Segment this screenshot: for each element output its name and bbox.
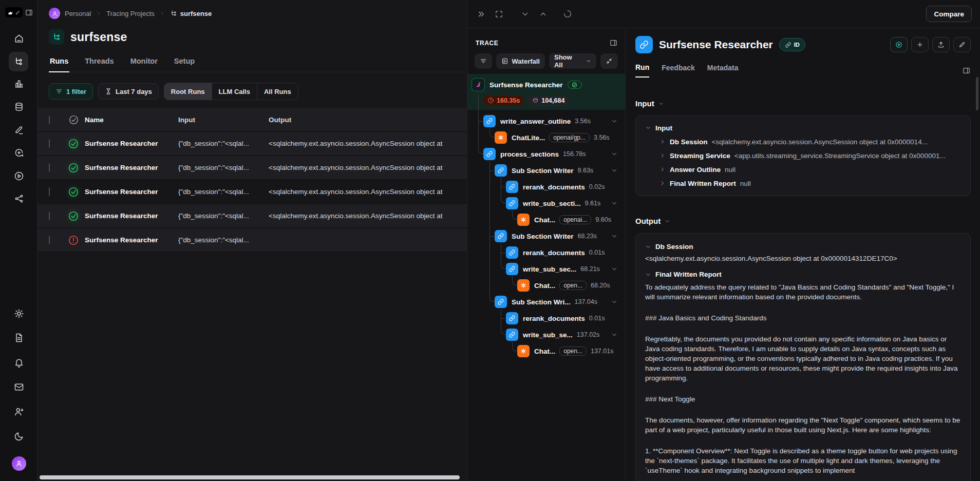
tab-run[interactable]: Run	[635, 63, 649, 78]
trace-node-rerank-documents[interactable]: rerank_documents0.01s	[467, 310, 625, 326]
trace-node-chat-llm[interactable]: Chat...openai...9.60s	[467, 211, 625, 228]
input-field-row[interactable]: Db Session <sqlalchemy.ext.asyncio.sessi…	[659, 138, 961, 146]
run-name[interactable]: Surfsense Researcher	[85, 188, 178, 196]
output-db-session-row[interactable]: Db Session	[645, 243, 961, 251]
column-header-input[interactable]: Input	[178, 116, 269, 124]
chevron-down-icon[interactable]	[645, 244, 651, 250]
column-header-output[interactable]: Output	[269, 116, 467, 124]
share-run-button[interactable]	[932, 37, 950, 52]
horizontal-scrollbar[interactable]	[40, 475, 460, 479]
compare-button[interactable]: Compare	[926, 6, 972, 22]
input-field-row[interactable]: Answer Outline null	[659, 166, 961, 174]
tab-threads[interactable]: Threads	[84, 57, 115, 72]
input-root-row[interactable]: Input	[645, 124, 961, 132]
trace-node-rerank-documents[interactable]: rerank_documents0.02s	[467, 179, 625, 195]
date-range-button[interactable]: Last 7 days	[98, 83, 159, 100]
next-run-icon[interactable]	[521, 10, 530, 18]
filter-count-button[interactable]: 1 filter	[49, 83, 93, 100]
chevron-down-icon[interactable]	[611, 200, 618, 207]
input-field-row[interactable]: Streaming Service <app.utils.streaming_s…	[659, 152, 961, 160]
sidebar-item-invite-members[interactable]	[0, 407, 37, 417]
sidebar-item-annotation-queues[interactable]	[0, 125, 37, 135]
waterfall-button[interactable]: Waterfall	[496, 53, 545, 69]
tab-monitor[interactable]: Monitor	[129, 57, 159, 72]
trace-node-rerank-documents[interactable]: rerank_documents0.01s	[467, 244, 625, 261]
sidebar-item-dark-mode[interactable]	[0, 431, 37, 441]
panel-layout-icon[interactable]	[962, 66, 971, 75]
panel-layout-icon[interactable]	[609, 39, 618, 47]
table-row[interactable]: Surfsense Researcher {"db_session":"<sql…	[37, 156, 467, 180]
expand-fullscreen-icon[interactable]	[495, 10, 503, 18]
sidebar-item-playground[interactable]	[0, 171, 37, 181]
breadcrumb-tracing-projects[interactable]: Tracing Projects	[106, 10, 154, 17]
segment-root-runs[interactable]: Root Runs	[164, 83, 212, 100]
collapse-all-button[interactable]	[600, 53, 618, 69]
sidebar-item-tracing-projects[interactable]	[9, 52, 28, 71]
tab-setup[interactable]: Setup	[173, 57, 196, 72]
chevron-down-icon[interactable]	[611, 233, 618, 240]
chevron-right-icon[interactable]	[659, 152, 666, 159]
trace-node-chat-llm[interactable]: Chat...open...137.01s	[467, 343, 625, 359]
sidebar-item-monitoring[interactable]	[0, 79, 37, 89]
row-checkbox[interactable]	[49, 163, 50, 172]
breadcrumb-project[interactable]: surfsense	[170, 10, 212, 17]
trace-node-chat-llm[interactable]: Chat...open...68.20s	[467, 277, 625, 294]
table-row[interactable]: Surfsense Researcher {"db_session":"<sql…	[37, 132, 467, 156]
tab-metadata[interactable]: Metadata	[707, 64, 739, 77]
sidebar-item-prompts[interactable]	[0, 148, 37, 158]
sidebar-item-deployments[interactable]	[0, 194, 37, 204]
breadcrumb-personal[interactable]: Personal	[65, 10, 91, 17]
table-row-selected[interactable]: Surfsense Researcher {"db_session":"<sql…	[37, 180, 467, 204]
trace-node-write-answer-outline[interactable]: write_answer_outline3.56s	[467, 113, 625, 129]
row-checkbox[interactable]	[49, 236, 50, 244]
tab-feedback[interactable]: Feedback	[662, 64, 695, 77]
table-row[interactable]: Surfsense Researcher {"db_session":"<sql…	[37, 228, 467, 253]
table-row[interactable]: Surfsense Researcher {"db_session":"<sql…	[37, 204, 467, 228]
user-avatar[interactable]	[0, 456, 37, 471]
run-name[interactable]: Surfsense Researcher	[85, 164, 178, 171]
run-name[interactable]: Surfsense Researcher	[85, 236, 178, 244]
row-checkbox[interactable]	[49, 139, 50, 148]
langsmith-logo[interactable]	[5, 7, 23, 17]
segment-all-runs[interactable]: All Runs	[257, 83, 298, 100]
vertical-scrollbar[interactable]	[976, 77, 978, 110]
sidebar-item-home[interactable]	[0, 33, 37, 44]
workspace-avatar[interactable]	[49, 8, 60, 19]
chevron-down-icon[interactable]	[611, 265, 618, 273]
sidebar-item-inbox[interactable]	[0, 382, 37, 392]
trace-node-sub-section-writer[interactable]: Sub Section Wri...137.04s	[467, 294, 625, 310]
trace-node-process-sections[interactable]: process_sections156.78s	[467, 146, 625, 162]
run-name[interactable]: Surfsense Researcher	[85, 140, 178, 147]
trace-root-node[interactable]: Surfsense Researcher 160.35s 104,684	[467, 74, 625, 110]
annotate-button[interactable]	[953, 37, 971, 52]
sidebar-item-notifications[interactable]	[0, 357, 37, 368]
trace-node-sub-section-writer[interactable]: Sub Section Writer68.23s	[467, 228, 625, 244]
trace-node-chatlitellm[interactable]: ChatLite...openai/gp...3.56s	[467, 129, 625, 146]
open-in-playground-button[interactable]	[890, 37, 908, 52]
trace-filter-button[interactable]	[475, 53, 492, 69]
select-all-checkbox[interactable]	[49, 116, 50, 124]
chevron-down-icon[interactable]	[611, 118, 618, 125]
chevron-down-icon[interactable]	[611, 331, 618, 338]
trace-node-write-sub-section[interactable]: write_sub_sec...68.21s	[467, 261, 625, 277]
input-section-header[interactable]: Input	[635, 99, 971, 108]
sidebar-item-settings[interactable]	[0, 309, 37, 319]
run-name[interactable]: Surfsense Researcher	[85, 212, 178, 220]
row-checkbox[interactable]	[49, 187, 50, 196]
sidebar-toggle-icon[interactable]	[25, 8, 33, 17]
chevron-down-icon[interactable]	[611, 150, 618, 158]
sidebar-item-datasets[interactable]	[0, 102, 37, 112]
output-section-header[interactable]: Output	[635, 217, 971, 225]
add-to-dataset-button[interactable]	[911, 37, 929, 52]
run-id-badge[interactable]: ID	[779, 38, 805, 51]
show-all-dropdown[interactable]: Show All	[549, 53, 596, 69]
sidebar-item-docs[interactable]	[0, 333, 37, 343]
chevron-down-icon[interactable]	[611, 167, 618, 174]
chevron-down-icon[interactable]	[611, 298, 618, 305]
chevron-down-icon[interactable]	[645, 272, 651, 278]
row-checkbox[interactable]	[49, 211, 50, 220]
chevron-down-icon[interactable]	[645, 125, 651, 131]
trace-node-write-sub-section[interactable]: write_sub_secti...9.61s	[467, 195, 625, 211]
previous-run-icon[interactable]	[539, 10, 548, 18]
input-field-row[interactable]: Final Written Report null	[659, 180, 961, 187]
